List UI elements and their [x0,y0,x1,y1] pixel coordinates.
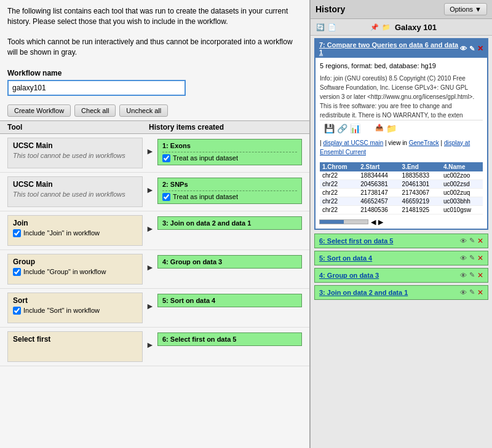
item-7-eye-icon[interactable]: 👁 [460,45,467,52]
intro-text: The following list contains each tool th… [0,0,309,64]
item-5-delete-icon[interactable]: ✕ [477,254,483,262]
genetrack-link[interactable]: GeneTrack [409,140,439,146]
history-item-group: 4: Group on data 3 [157,255,302,269]
item-5-label[interactable]: 5: Sort on data 4 [319,254,372,262]
item-7-link-icon[interactable]: 🔗 [337,122,347,135]
tool-checkbox-join: Include "Join" in workflow [13,229,137,237]
treat-input-snps[interactable] [162,193,170,201]
history-items-group: 4: Group on data 3 [157,254,302,269]
item-6-label[interactable]: 6: Select first on data 5 [319,237,393,245]
history-item-join: 3: Join on data 2 and data 1 [157,216,302,230]
item-4-label[interactable]: 4: Group on data 3 [319,272,379,279]
workflow-name-section: Workflow name [0,64,309,101]
clip-icon[interactable]: 📌 [370,22,379,32]
tool-name-join: Join [13,219,137,227]
item-3-delete-icon[interactable]: ✕ [477,288,483,297]
history-items-ucsc1: 1: Exons Treat as input dataset [157,138,302,165]
tag-icon[interactable]: 📄 [327,22,337,32]
tool-checkbox-sort: Include "Sort" in workflow [13,307,137,315]
tool-box-join: Join Include "Join" in workflow [7,215,143,246]
col-name: 4.Name [441,162,483,171]
item-3-edit-icon[interactable]: ✎ [469,288,475,296]
item-7-links: | display at UCSC main | view in GeneTra… [320,138,483,157]
col-start: 2.Start [358,162,399,171]
history-item-4-collapsed[interactable]: 4: Group on data 3 👁 ✎ ✕ [314,268,488,283]
history-items-ucsc2: 2: SNPs Treat as input dataset [157,176,302,204]
uncheck-all-button[interactable]: Uncheck all [119,104,168,117]
tool-row-ucsc2: UCSC Main This tool cannot be used in wo… [0,173,309,211]
create-workflow-button[interactable]: Create Workflow [7,104,71,117]
sort-checkbox[interactable] [13,307,21,315]
next-icon[interactable]: ▶ [378,218,383,226]
history-header: History Options ▼ [311,0,492,19]
treat-label-exons: Treat as input dataset [173,154,238,162]
tool-note-ucsc2: This tool cannot be used in workflows [13,191,137,198]
folder-icon[interactable]: 📁 [381,22,391,32]
workflow-name-input[interactable] [7,80,186,96]
tool-row-ucsc1: UCSC Main This tool cannot be used in wo… [0,134,309,173]
item-7-disk-icon[interactable]: 💾 [324,122,335,135]
tool-note-ucsc1: This tool cannot be used in workflows [13,152,137,159]
item-5-eye-icon[interactable]: 👁 [460,254,467,262]
table-nav: ◀ ▶ [315,217,487,229]
item-4-actions: 👁 ✎ ✕ [460,271,483,280]
history-item-5-collapsed[interactable]: 5: Sort on data 4 👁 ✎ ✕ [314,251,488,265]
tool-row-selectfirst: Select first ► 6: Select first on data 5 [0,328,309,366]
arrow-sort: ► [143,293,157,311]
item-6-edit-icon[interactable]: ✎ [469,237,475,245]
tool-box-ucsc2: UCSC Main This tool cannot be used in wo… [7,176,143,207]
button-row: Create Workflow Check all Uncheck all [0,101,309,120]
history-title: History [315,4,345,14]
tool-name-group: Group [13,257,137,266]
history-item-exons: 1: Exons Treat as input dataset [157,139,302,165]
item-7-header: 7: Compare two Queries on data 6 and dat… [315,39,487,58]
item-7-edit-icon[interactable]: ✎ [469,45,475,53]
item-7-delete-icon[interactable]: ✕ [477,44,483,53]
right-panel: History Options ▼ 🔄 📄 📌 📁 Galaxy 101 7: … [311,0,492,448]
arrow-group: ► [143,254,157,272]
treat-input-exons[interactable] [162,154,170,162]
workflow-name-label: Workflow name [7,69,302,77]
options-button[interactable]: Options ▼ [444,3,487,15]
tool-box-selectfirst: Select first [7,331,143,362]
tools-list: UCSC Main This tool cannot be used in wo… [0,134,309,448]
item-4-delete-icon[interactable]: ✕ [477,271,483,280]
check-all-button[interactable]: Check all [74,104,116,117]
item-7-description: 5 regions, format: bed, database: hg19 [320,61,483,71]
history-item-7-expanded: 7: Compare two Queries on data 6 and dat… [314,38,488,230]
join-checkbox[interactable] [13,229,21,237]
tool-name-selectfirst: Select first [13,335,137,344]
item-6-delete-icon[interactable]: ✕ [477,237,483,245]
ucsc-main-link[interactable]: display at UCSC main [323,140,383,146]
table-scrollbar[interactable] [319,219,368,224]
treat-row-exons: Treat as input dataset [162,152,297,162]
item-7-label[interactable]: 7: Compare two Queries on data 6 and dat… [319,41,460,56]
item-3-eye-icon[interactable]: 👁 [460,289,467,296]
history-item-3-collapsed[interactable]: 3: Join on data 2 and data 1 👁 ✎ ✕ [314,285,488,300]
item-7-export-icon[interactable]: 📤 [375,122,384,135]
item-3-label[interactable]: 3: Join on data 2 and data 1 [319,289,408,296]
prev-icon[interactable]: ◀ [371,218,376,226]
item-3-actions: 👁 ✎ ✕ [460,288,483,297]
arrow-ucsc2: ► [143,176,157,195]
item-5-edit-icon[interactable]: ✎ [469,254,475,262]
table-row: chr224665245746659219uc003bhh [320,197,483,205]
item-7-chart-icon[interactable]: 📊 [350,122,360,135]
item-6-eye-icon[interactable]: 👁 [460,237,467,245]
group-checkbox[interactable] [13,268,21,276]
group-checkbox-label: Include "Group" in workflow [23,268,106,275]
col-chrom: 1.Chrom [320,162,358,171]
table-row: chr222173814721743067uc002zuq [320,188,483,197]
history-item-sort: 5: Sort on data 4 [157,294,302,307]
history-items-sort: 5: Sort on data 4 [157,293,302,307]
history-item-snps: 2: SNPs Treat as input dataset [157,178,302,204]
history-content: 7: Compare two Queries on data 6 and dat… [311,36,492,448]
intro-line1: The following list contains each tool th… [7,7,263,15]
options-chevron-icon: ▼ [475,6,482,13]
item-7-folder2-icon[interactable]: 📁 [386,122,397,135]
item-4-eye-icon[interactable]: 👁 [460,272,467,279]
history-item-6-collapsed[interactable]: 6: Select first on data 5 👁 ✎ ✕ [314,234,488,248]
item-7-data-table: 1.Chrom 2.Start 3.End 4.Name chr22188344… [320,162,483,214]
item-4-edit-icon[interactable]: ✎ [469,271,475,279]
refresh-icon[interactable]: 🔄 [315,22,325,32]
